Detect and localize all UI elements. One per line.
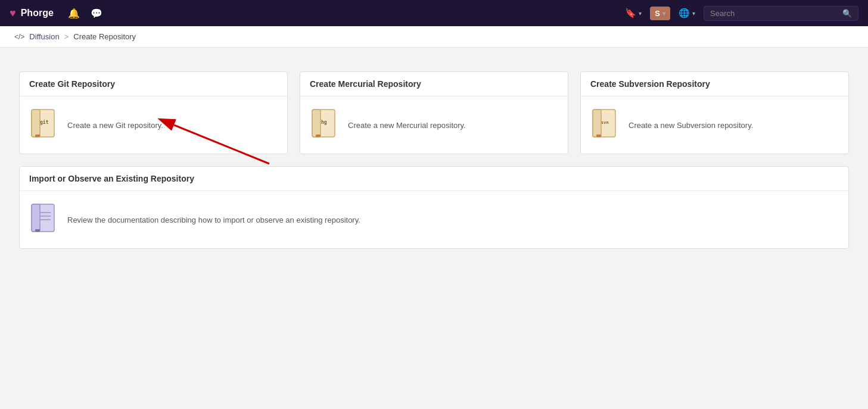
globe-chevron-icon: ▾: [692, 10, 695, 17]
git-repo-icon: git: [29, 108, 58, 142]
mercurial-card-header: Create Mercurial Repository: [300, 72, 568, 96]
svg-rect-5: [312, 110, 321, 137]
subversion-card-link-text: Create a new Subversion repository.: [629, 121, 753, 130]
svg-rect-1: [32, 110, 40, 137]
import-card[interactable]: Import or Observe an Existing Repository…: [19, 166, 849, 249]
svg-rect-3: [35, 135, 40, 137]
svn-repo-icon: svn: [590, 108, 619, 142]
cards-row: Create Git Repository git Create a new G…: [19, 71, 849, 154]
main-content: Create Git Repository git Create a new G…: [0, 48, 868, 273]
breadcrumb-parent-label: Diffusion: [29, 32, 59, 41]
bell-icon-button[interactable]: 🔔: [66, 5, 82, 21]
mercurial-card-link-text: Create a new Mercurial repository.: [348, 121, 466, 130]
navbar-right: 🔖 ▾ S ▾ 🌐 ▾ 🔍: [621, 5, 858, 21]
svg-rect-11: [596, 135, 601, 137]
breadcrumb-current: Create Repository: [73, 32, 136, 41]
navbar: ♥ Phorge 🔔 💬 🔖 ▾ S ▾ 🌐 ▾ 🔍: [0, 0, 868, 26]
brand-name: Phorge: [21, 8, 54, 18]
hg-repo-icon: hg: [310, 108, 338, 142]
git-card[interactable]: Create Git Repository git Create a new G…: [19, 71, 288, 154]
brand-logo[interactable]: ♥ Phorge: [10, 7, 54, 20]
breadcrumb-diffusion-link[interactable]: Diffusion: [29, 32, 59, 41]
import-repo-icon: [29, 203, 58, 236]
subversion-card[interactable]: Create Subversion Repository svn Create …: [580, 71, 849, 154]
avatar-label: S: [655, 9, 660, 18]
git-card-link-text: Create a new Git repository.: [67, 121, 163, 130]
subversion-card-header: Create Subversion Repository: [581, 72, 848, 96]
heart-icon: ♥: [10, 7, 16, 20]
search-icon: 🔍: [842, 9, 852, 18]
breadcrumb-separator: >: [64, 32, 69, 41]
mercurial-card[interactable]: Create Mercurial Repository hg Create a …: [300, 71, 568, 154]
svg-rect-9: [593, 110, 601, 137]
mercurial-card-body: hg Create a new Mercurial repository.: [300, 96, 568, 154]
git-card-header: Create Git Repository: [20, 72, 287, 96]
import-card-header: Import or Observe an Existing Repository: [20, 167, 848, 191]
bookmark-icon: 🔖: [625, 8, 636, 18]
navbar-icons: 🔔 💬: [66, 5, 105, 21]
chevron-down-icon: ▾: [639, 10, 642, 17]
content-wrapper: Create Git Repository git Create a new G…: [19, 71, 849, 249]
diffusion-icon: </>: [14, 33, 24, 41]
chat-icon-button[interactable]: 💬: [88, 5, 105, 21]
import-card-link-text: Review the documentation describing how …: [67, 216, 360, 224]
avatar-button[interactable]: S ▾: [650, 7, 670, 20]
avatar-chevron-icon: ▾: [662, 10, 665, 17]
svg-rect-17: [35, 229, 40, 232]
search-bar: 🔍: [704, 6, 858, 21]
globe-button[interactable]: 🌐 ▾: [675, 5, 699, 21]
subversion-card-body: svn Create a new Subversion repository.: [581, 96, 848, 154]
svg-rect-13: [32, 204, 40, 232]
bookmark-button[interactable]: 🔖 ▾: [621, 5, 645, 21]
search-input[interactable]: [710, 9, 838, 18]
breadcrumb: </> Diffusion > Create Repository: [0, 26, 868, 48]
svg-text:hg: hg: [321, 120, 327, 125]
import-card-body: Review the documentation describing how …: [20, 191, 848, 248]
svg-text:git: git: [40, 119, 49, 125]
git-card-body: git Create a new Git repository.: [20, 96, 287, 154]
globe-icon: 🌐: [679, 8, 690, 18]
svg-rect-7: [316, 135, 321, 137]
svg-text:svn: svn: [601, 120, 609, 125]
